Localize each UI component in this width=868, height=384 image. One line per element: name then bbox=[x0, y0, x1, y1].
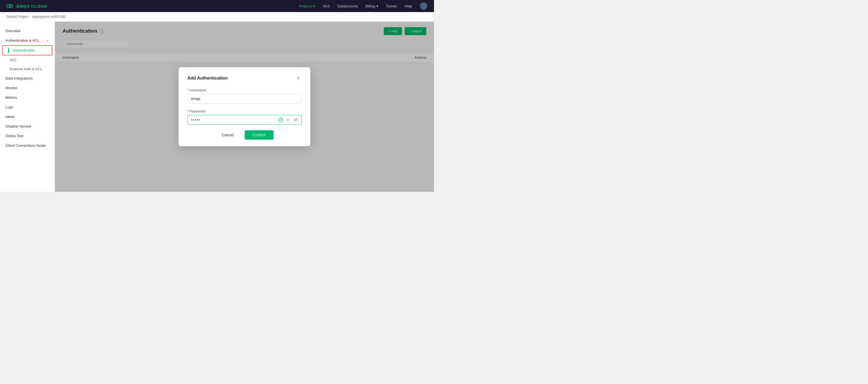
main-layout: Overview Authentication & ACL ▲ Authenti… bbox=[0, 22, 434, 192]
username-label: * Username bbox=[187, 88, 302, 92]
content-area: Authentication ? + Add ↓ Import Username… bbox=[55, 22, 434, 192]
modal-footer: Cancel Confirm bbox=[187, 130, 302, 139]
logo-area: EMQX CLOUD bbox=[7, 3, 47, 9]
user-icon: 👤 bbox=[422, 4, 426, 8]
cancel-button[interactable]: Cancel bbox=[215, 130, 241, 139]
breadcrumb-home[interactable]: Default Project bbox=[7, 15, 28, 19]
sidebar-item-external-auth[interactable]: External Auth & ACL bbox=[0, 64, 55, 73]
confirm-button[interactable]: Confirm bbox=[245, 130, 274, 139]
password-field-group: * Password ⊘ bbox=[187, 109, 302, 125]
nav-projects[interactable]: Projects ▾ bbox=[299, 4, 315, 8]
chevron-down-icon: ▾ bbox=[376, 4, 378, 8]
auth-highlight-border: Authentication bbox=[2, 45, 53, 55]
sidebar-item-alerts[interactable]: Alerts bbox=[0, 112, 55, 122]
sidebar: Overview Authentication & ACL ▲ Authenti… bbox=[0, 22, 55, 192]
logo-text: EMQX CLOUD bbox=[17, 4, 47, 8]
password-required-star: * bbox=[187, 109, 189, 113]
password-clear-icon[interactable]: ⊘ bbox=[286, 117, 291, 123]
sidebar-item-metrics[interactable]: Metrics bbox=[0, 93, 55, 102]
nav-items: Projects ▾ VAS Subaccounts Billing ▾ Tic… bbox=[299, 2, 427, 10]
top-navigation: EMQX CLOUD Projects ▾ VAS Subaccounts Bi… bbox=[0, 0, 434, 12]
modal-close-button[interactable]: ✕ bbox=[295, 75, 302, 82]
sidebar-item-shadow-service[interactable]: Shadow Service bbox=[0, 122, 55, 131]
sidebar-item-monitor[interactable]: Monitor bbox=[0, 83, 55, 93]
password-label: * Password bbox=[187, 109, 302, 113]
sidebar-item-data-integrations[interactable]: Data Integrations bbox=[0, 73, 55, 83]
password-wrapper: ⊘ bbox=[187, 115, 302, 125]
password-icons: ⊘ bbox=[278, 117, 299, 123]
sidebar-item-logs[interactable]: Logs bbox=[0, 102, 55, 112]
modal-overlay: Add Authentication ✕ * Username * Passwo… bbox=[55, 22, 434, 192]
username-required-star: * bbox=[187, 88, 189, 92]
chevron-down-icon: ▾ bbox=[313, 4, 315, 8]
nav-vas[interactable]: VAS bbox=[323, 4, 330, 8]
nav-billing[interactable]: Billing ▾ bbox=[366, 4, 378, 8]
nav-help[interactable]: Help bbox=[405, 4, 412, 8]
sidebar-section-auth-acl[interactable]: Authentication & ACL ▲ bbox=[0, 36, 55, 45]
sidebar-item-client-connections[interactable]: Client Connections Guide bbox=[0, 141, 55, 150]
modal-header: Add Authentication ✕ bbox=[187, 75, 302, 82]
sidebar-item-online-test[interactable]: Online Test bbox=[0, 131, 55, 141]
sidebar-item-acl[interactable]: ACL bbox=[0, 55, 55, 64]
chevron-up-icon: ▲ bbox=[46, 39, 49, 42]
password-strength-icon bbox=[278, 117, 283, 123]
breadcrumb: Default Project / deployment-m4801481 bbox=[0, 12, 434, 22]
username-input[interactable] bbox=[187, 94, 302, 104]
username-field-group: * Username bbox=[187, 88, 302, 104]
breadcrumb-separator: / bbox=[30, 15, 31, 19]
avatar[interactable]: 👤 bbox=[420, 2, 427, 10]
nav-subaccounts[interactable]: Subaccounts bbox=[337, 4, 358, 8]
logo-icon bbox=[7, 3, 14, 9]
sidebar-item-overview[interactable]: Overview bbox=[0, 26, 55, 36]
nav-tickets[interactable]: Tickets bbox=[386, 4, 397, 8]
modal-title: Add Authentication bbox=[187, 76, 228, 81]
password-toggle-icon[interactable] bbox=[293, 117, 299, 123]
breadcrumb-deployment[interactable]: deployment-m4801481 bbox=[32, 15, 66, 19]
add-authentication-modal: Add Authentication ✕ * Username * Passwo… bbox=[179, 67, 310, 146]
sidebar-item-authentication[interactable]: Authentication bbox=[3, 46, 52, 55]
